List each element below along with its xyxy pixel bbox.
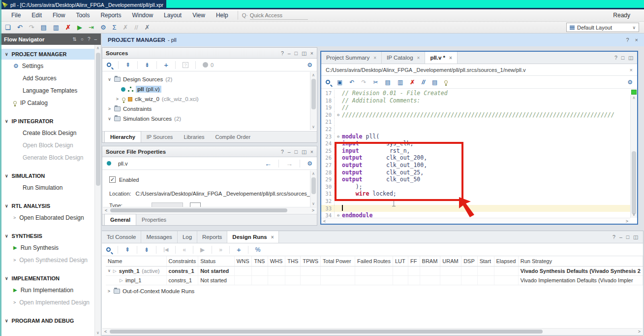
search-icon[interactable] xyxy=(107,63,111,67)
sidebar-item-run-synthesis[interactable]: ▶Run Synthesis xyxy=(0,241,95,254)
menu-help[interactable]: Help xyxy=(211,10,234,21)
add-sources-icon[interactable]: + xyxy=(164,61,168,69)
editor-vscrollbar[interactable]: ∧ ∨ xyxy=(630,95,637,218)
save-icon[interactable]: ▣ xyxy=(337,79,342,86)
cut-icon[interactable]: ✂ xyxy=(373,79,378,86)
tab-hierarchy[interactable]: Hierarchy xyxy=(104,131,141,142)
scroll-up-icon[interactable]: ∧ xyxy=(95,46,101,50)
sidebar-item-run-simulation[interactable]: Run Simulation xyxy=(0,181,95,194)
scroll-right-icon[interactable]: > xyxy=(626,219,628,224)
redo-icon[interactable]: ↷ xyxy=(361,79,366,86)
sidebar-item-run-implementation[interactable]: ▶Run Implementation xyxy=(0,284,95,296)
circle-icon[interactable]: ○ xyxy=(81,36,84,42)
sources-scrollbar[interactable]: ∧ ∨ xyxy=(310,72,316,130)
layout-selector-dropdown[interactable]: Default Layout ∨ xyxy=(566,23,639,32)
run-icon[interactable]: ▶ xyxy=(77,24,82,32)
help-icon[interactable]: ? xyxy=(281,149,284,155)
type-select[interactable] xyxy=(152,202,183,207)
tab-pll-v[interactable]: pll.v *× xyxy=(425,52,458,64)
help-icon[interactable]: ? xyxy=(88,36,91,42)
quick-access-input[interactable] xyxy=(250,11,308,20)
menu-edit[interactable]: Edit xyxy=(26,10,47,21)
bottom-hscrollbar[interactable]: < > xyxy=(102,328,643,335)
maximize-icon[interactable]: □ xyxy=(621,55,624,61)
fold-marker-icon[interactable]: ⊖ xyxy=(335,212,342,218)
toggle-comment-icon[interactable]: // xyxy=(422,79,425,86)
chevron-down-icon[interactable]: ∨ xyxy=(107,116,112,121)
chevron-down-icon[interactable]: ∨ xyxy=(108,269,111,273)
sidebar-section-project-manager[interactable]: ∨PROJECT MANAGER xyxy=(0,49,95,60)
scrollbar-thumb[interactable] xyxy=(632,151,636,214)
menu-view[interactable]: View xyxy=(187,10,211,21)
indent-icon[interactable]: ▤ xyxy=(432,79,437,86)
tab-design-runs[interactable]: Design Runs× xyxy=(227,231,279,243)
help-icon[interactable]: ? xyxy=(626,37,629,43)
scroll-up-icon[interactable]: ∧ xyxy=(631,96,637,100)
delete-icon[interactable]: ✗ xyxy=(65,24,71,32)
sigma-report-icon[interactable]: Σ xyxy=(113,24,117,32)
properties-scrollbar[interactable]: ∧ ∨ xyxy=(310,170,316,207)
gear-icon[interactable]: ⚙ xyxy=(307,160,312,167)
float-icon[interactable]: ◫ xyxy=(633,234,638,240)
scroll-left-icon[interactable]: < xyxy=(323,219,326,224)
forward-icon[interactable]: → xyxy=(286,160,293,168)
tab-ip-catalog[interactable]: IP Catalog× xyxy=(382,52,425,64)
step-icon[interactable]: ⇥ xyxy=(89,24,94,32)
scroll-up-icon[interactable]: ∧ xyxy=(310,73,316,77)
scroll-up-icon[interactable]: ∧ xyxy=(310,171,316,176)
copy-icon[interactable]: ▤ xyxy=(385,79,391,86)
sidebar-item-create-block-design[interactable]: Create Block Design xyxy=(0,127,95,139)
maximize-icon[interactable]: □ xyxy=(626,234,629,240)
float-icon[interactable]: ◫ xyxy=(628,55,633,61)
tab-project-summary[interactable]: Project Summary× xyxy=(321,52,382,64)
tab-messages[interactable]: Messages xyxy=(141,231,177,243)
tree-node-clk-wiz-0[interactable]: > clk_wiz_0 (clk_wiz_0.xci) xyxy=(107,94,317,104)
sidebar-section-program-and-debug[interactable]: ∨PROGRAM AND DEBUG xyxy=(0,315,95,326)
tab-general[interactable]: General xyxy=(104,214,136,225)
scrollbar-thumb[interactable] xyxy=(110,330,543,334)
tree-node-simulation-sources[interactable]: ∨ Simulation Sources (2) xyxy=(107,114,317,124)
float-icon[interactable]: ◫ xyxy=(302,50,307,56)
help-icon[interactable]: ? xyxy=(281,50,284,56)
scroll-down-icon[interactable]: ∨ xyxy=(631,212,637,217)
dock-icon[interactable]: ⇅ xyxy=(72,36,76,42)
properties-hscrollbar[interactable]: < > xyxy=(103,207,316,213)
scroll-right-icon[interactable]: > xyxy=(638,329,641,334)
tab-reports[interactable]: Reports xyxy=(197,231,227,243)
copy-icon[interactable]: ▤ xyxy=(40,24,46,32)
close-icon[interactable]: × xyxy=(310,149,313,155)
expand-arrow-icon[interactable]: > xyxy=(13,215,16,220)
tab-properties[interactable]: Properties xyxy=(136,214,172,225)
flow-navigator-scrollbar[interactable]: ∧ ∨ xyxy=(94,45,101,336)
table-row-impl-1[interactable]: ▷impl_1 constrs_1 Not started Vivado Imp… xyxy=(106,275,643,285)
enabled-checkbox[interactable]: ✓ xyxy=(109,176,116,183)
close-icon[interactable]: × xyxy=(310,50,313,56)
create-runs-icon[interactable]: + xyxy=(237,245,241,254)
float-icon[interactable]: ◫ xyxy=(302,149,307,155)
scroll-down-icon[interactable]: ∨ xyxy=(95,331,101,335)
type-extra-box[interactable] xyxy=(190,202,201,207)
delete-icon[interactable]: ✗ xyxy=(410,79,415,86)
fold-marker-icon[interactable]: ⊖ xyxy=(335,133,342,140)
table-group-out-of-context[interactable]: > Out-of-Context Module Runs xyxy=(102,286,643,296)
collapse-all-icon[interactable]: ⇞ xyxy=(125,246,130,253)
scroll-left-icon[interactable]: < xyxy=(105,208,107,213)
scroll-right-icon[interactable]: > xyxy=(312,208,314,213)
paste-icon[interactable]: ▥ xyxy=(53,24,59,32)
menu-flow[interactable]: Flow xyxy=(47,10,70,21)
scroll-down-icon[interactable]: ∨ xyxy=(310,125,316,129)
menu-window[interactable]: Window xyxy=(126,10,158,21)
settings-gear-icon[interactable]: ⚙ xyxy=(100,24,106,32)
scrollbar-thumb[interactable] xyxy=(110,208,287,212)
maximize-icon[interactable]: □ xyxy=(295,50,298,56)
expand-all-icon[interactable]: ⇟ xyxy=(144,246,149,253)
scrollbar-thumb[interactable] xyxy=(311,79,316,109)
sidebar-section-simulation[interactable]: ∨SIMULATION xyxy=(0,170,95,181)
close-icon[interactable]: × xyxy=(635,37,638,43)
sidebar-item-open-elaborated-design[interactable]: >Open Elaborated Design xyxy=(0,211,95,224)
sidebar-item-language-templates[interactable]: Language Templates xyxy=(0,84,95,97)
gear-icon[interactable]: ⚙ xyxy=(307,62,312,68)
sidebar-item-add-sources[interactable]: Add Sources xyxy=(0,72,95,84)
tab-compile-order[interactable]: Compile Order xyxy=(210,132,256,142)
collapse-all-icon[interactable]: ⇞ xyxy=(125,62,130,68)
